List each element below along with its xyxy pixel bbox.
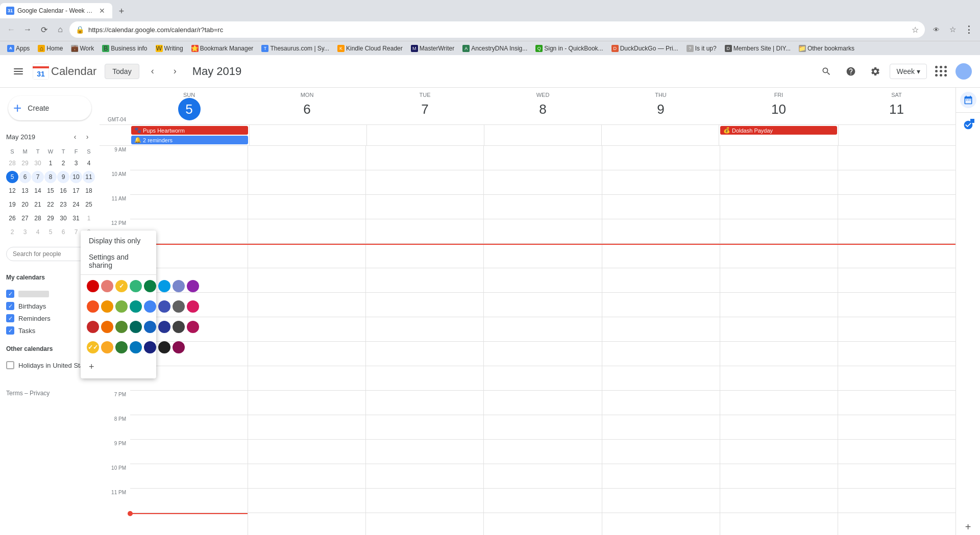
day-num-5[interactable]: 5 xyxy=(178,98,201,120)
color-pumpkin[interactable] xyxy=(101,300,113,313)
next-week-button[interactable]: › xyxy=(166,62,184,81)
tab-close-button[interactable]: ✕ xyxy=(98,7,106,15)
bookmark-isitup[interactable]: ? Is it up? xyxy=(683,44,720,53)
mini-cal-day-28[interactable]: 28 xyxy=(32,212,44,224)
refresh-button[interactable]: ⟳ xyxy=(37,22,51,37)
prev-week-button[interactable]: ‹ xyxy=(143,62,162,81)
mini-cal-day-27[interactable]: 27 xyxy=(19,212,31,224)
all-day-cell-mon[interactable] xyxy=(249,125,366,145)
bookmark-diy[interactable]: D Members Site | DIY... xyxy=(722,44,794,53)
grid-col-sat[interactable] xyxy=(838,146,955,535)
color-sage[interactable] xyxy=(130,280,142,292)
day-header-fri[interactable]: FRI 10 xyxy=(720,88,838,124)
all-day-cell-fri[interactable]: 💰 Doldash Payday xyxy=(719,125,838,145)
mini-cal-day-19[interactable]: 19 xyxy=(6,198,18,211)
search-button[interactable] xyxy=(816,61,837,82)
day-header-sat[interactable]: SAT 11 xyxy=(838,88,955,124)
help-button[interactable] xyxy=(841,61,861,82)
all-day-cell-wed[interactable] xyxy=(484,125,601,145)
privacy-link[interactable]: Privacy xyxy=(30,390,50,397)
day-header-wed[interactable]: WED 8 xyxy=(484,88,602,124)
all-day-cell-sun[interactable]: 🐾 Pups Heartworm 🔔 2 reminders xyxy=(130,125,249,145)
grid-col-fri[interactable] xyxy=(720,146,838,535)
mini-cal-day-26[interactable]: 26 xyxy=(6,212,18,224)
bookmark-home[interactable]: ⌂ Home xyxy=(35,44,66,53)
color-banana[interactable] xyxy=(115,280,128,292)
star-icon[interactable]: ☆ xyxy=(912,25,919,35)
day-num-8[interactable]: 8 xyxy=(532,98,554,120)
color-peacock[interactable] xyxy=(158,280,170,292)
mini-cal-day-11[interactable]: 11 xyxy=(83,171,95,183)
day-num-7[interactable]: 7 xyxy=(414,98,436,120)
view-selector[interactable]: Week ▾ xyxy=(890,64,927,79)
mini-cal-day-30[interactable]: 30 xyxy=(57,212,69,224)
extensions-icon[interactable]: 👁 xyxy=(929,22,943,37)
day-header-mon[interactable]: MON 6 xyxy=(248,88,366,124)
mini-cal-day-23[interactable]: 23 xyxy=(57,198,69,211)
color-r4-5[interactable] xyxy=(144,341,156,353)
bookmark-star-icon[interactable]: ☆ xyxy=(945,22,960,37)
day-num-6[interactable]: 6 xyxy=(296,98,318,120)
mini-cal-day-4-jun[interactable]: 4 xyxy=(32,226,44,238)
all-day-cell-tue[interactable] xyxy=(366,125,484,145)
mini-cal-day-10[interactable]: 10 xyxy=(70,171,82,183)
mini-cal-day-30-apr[interactable]: 30 xyxy=(32,157,44,169)
mini-cal-day-1-jun[interactable]: 1 xyxy=(83,212,95,224)
bookmark-duckduckgo[interactable]: D DuckDuckGo — Pri... xyxy=(608,44,681,53)
color-blueberry[interactable] xyxy=(173,280,185,292)
color-picker-add-button[interactable]: + xyxy=(81,358,156,376)
mini-cal-day-2-jun[interactable]: 2 xyxy=(6,226,18,238)
doldash-payday-event[interactable]: 💰 Doldash Payday xyxy=(720,126,837,135)
reminders-event[interactable]: 🔔 2 reminders xyxy=(131,136,248,144)
color-r4-4[interactable] xyxy=(130,341,142,353)
color-r3-4[interactable] xyxy=(130,321,142,333)
today-button[interactable]: Today xyxy=(105,64,139,79)
grid-col-wed[interactable] xyxy=(483,146,601,535)
mini-cal-day-29-apr[interactable]: 29 xyxy=(19,157,31,169)
color-graphite[interactable] xyxy=(173,300,185,313)
right-sidebar-calendar-icon[interactable] xyxy=(960,92,976,108)
mini-cal-day-17[interactable]: 17 xyxy=(70,185,82,197)
bookmark-masterwriter[interactable]: M MasterWriter xyxy=(408,44,457,53)
hamburger-menu-button[interactable] xyxy=(8,61,29,82)
mini-cal-day-13[interactable]: 13 xyxy=(19,185,31,197)
color-r4-2[interactable] xyxy=(101,341,113,353)
color-flamingo[interactable] xyxy=(101,280,113,292)
home-button[interactable]: ⌂ xyxy=(53,22,67,37)
color-r4-6[interactable] xyxy=(158,341,170,353)
color-r3-7[interactable] xyxy=(173,321,185,333)
user-avatar[interactable] xyxy=(955,63,972,80)
bookmark-ancestry[interactable]: A AncestryDNA Insig... xyxy=(459,44,530,53)
color-r3-2[interactable] xyxy=(101,321,113,333)
bookmark-apps[interactable]: A Apps xyxy=(4,44,33,53)
mini-cal-day-24[interactable]: 24 xyxy=(70,198,82,211)
color-r3-8[interactable] xyxy=(187,321,199,333)
color-tangerine[interactable] xyxy=(87,300,99,313)
new-tab-button[interactable]: + xyxy=(114,4,129,18)
day-num-11[interactable]: 11 xyxy=(886,98,908,120)
calendar-checkbox-reminders[interactable]: ✓ xyxy=(6,314,14,322)
mini-cal-day-8[interactable]: 8 xyxy=(44,171,57,183)
settings-sharing-item[interactable]: Settings and sharing xyxy=(81,249,156,273)
all-day-cell-sat[interactable] xyxy=(838,125,955,145)
mini-cal-day-14[interactable]: 14 xyxy=(32,185,44,197)
mini-cal-day-25[interactable]: 25 xyxy=(83,198,95,211)
color-r3-3[interactable] xyxy=(115,321,128,333)
color-r3-5[interactable] xyxy=(144,321,156,333)
forward-button[interactable]: → xyxy=(20,22,35,37)
day-header-sun[interactable]: SUN 5 xyxy=(130,88,248,124)
mini-cal-day-12[interactable]: 12 xyxy=(6,185,18,197)
mini-cal-day-15[interactable]: 15 xyxy=(44,185,57,197)
mini-cal-day-2[interactable]: 2 xyxy=(57,157,69,169)
mini-cal-day-31[interactable]: 31 xyxy=(70,212,82,224)
mini-cal-day-22[interactable]: 22 xyxy=(44,198,57,211)
day-num-9[interactable]: 9 xyxy=(650,98,672,120)
color-r3-1[interactable] xyxy=(87,321,99,333)
color-cherry[interactable] xyxy=(187,300,199,313)
bookmark-bookmark-manager[interactable]: ⭐ Bookmark Manager xyxy=(188,44,257,53)
active-tab[interactable]: 31 Google Calendar - Week of May... ✕ xyxy=(0,3,112,18)
pups-heartworm-event[interactable]: 🐾 Pups Heartworm xyxy=(131,126,248,135)
calendar-checkbox-holidays[interactable] xyxy=(6,361,14,369)
bookmark-kindle[interactable]: K Kindle Cloud Reader xyxy=(334,44,406,53)
color-blueberry2[interactable] xyxy=(144,300,156,313)
